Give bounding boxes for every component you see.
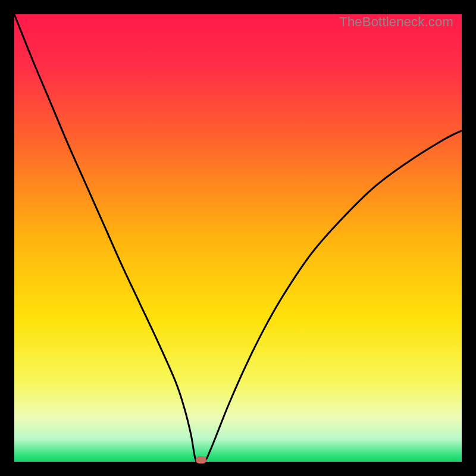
gradient-background — [14, 14, 462, 462]
optimal-point-marker — [196, 456, 206, 464]
chart-frame: TheBottleneck.com — [14, 14, 462, 462]
watermark-text: TheBottleneck.com — [339, 14, 453, 30]
bottleneck-chart — [14, 14, 462, 462]
